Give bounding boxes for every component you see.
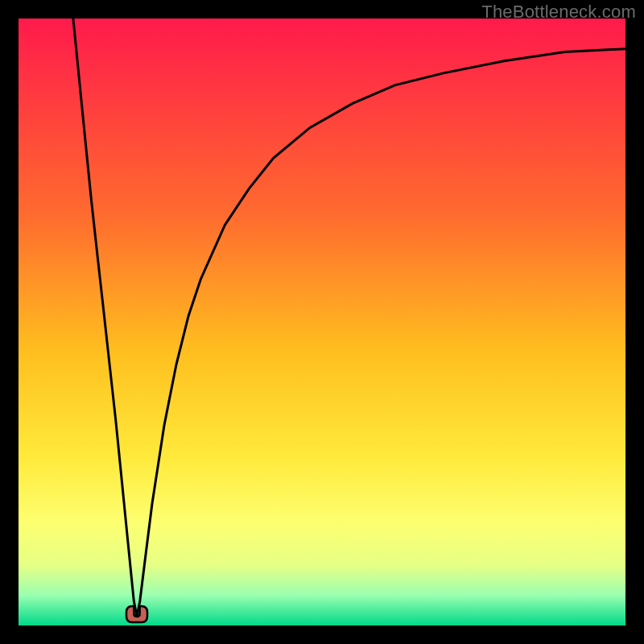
curve-left	[73, 19, 137, 617]
chart-frame: TheBottleneck.com	[0, 0, 644, 644]
plot-area	[19, 19, 625, 625]
watermark-text: TheBottleneck.com	[481, 2, 636, 23]
curve-right	[137, 49, 625, 617]
plot-svg	[19, 19, 625, 625]
